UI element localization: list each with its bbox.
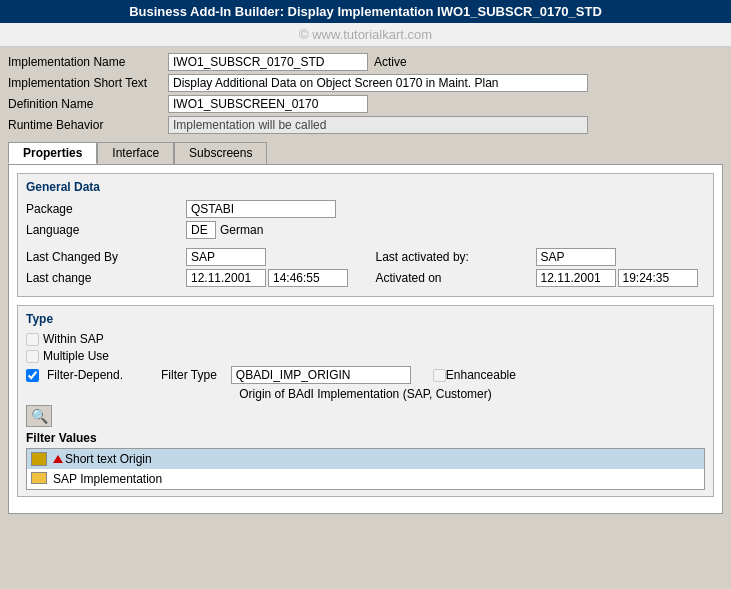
title-text: Business Add-In Builder: Display Impleme… bbox=[129, 4, 602, 19]
enhanceable-checkbox[interactable] bbox=[433, 369, 446, 382]
watermark: © www.tutorialkart.com bbox=[0, 23, 731, 47]
last-activated-by-label: Last activated by: bbox=[376, 250, 536, 264]
filter-item-0-label: Short text Origin bbox=[65, 452, 152, 466]
table-icon bbox=[31, 452, 49, 466]
tab-interface[interactable]: Interface bbox=[97, 142, 174, 164]
within-sap-checkbox[interactable] bbox=[26, 333, 39, 346]
language-code: DE bbox=[186, 221, 216, 239]
general-data-title: General Data bbox=[26, 180, 705, 194]
activated-on-time: 19:24:35 bbox=[618, 269, 698, 287]
search-button[interactable]: 🔍 bbox=[26, 405, 52, 427]
tab-subscreens[interactable]: Subscreens bbox=[174, 142, 267, 164]
impl-short-text-value: Display Additional Data on Object Screen… bbox=[168, 74, 588, 92]
filter-list-item[interactable]: Short text Origin bbox=[27, 449, 704, 469]
filter-depend-checkbox[interactable] bbox=[26, 369, 39, 382]
filter-type-value: QBADI_IMP_ORIGIN bbox=[231, 366, 411, 384]
last-change-time: 14:46:55 bbox=[268, 269, 348, 287]
filter-list-item[interactable]: SAP Implementation bbox=[27, 469, 704, 489]
filter-depend-label: Filter-Depend. bbox=[47, 368, 123, 382]
multiple-use-checkbox[interactable] bbox=[26, 350, 39, 363]
def-name-value: IWO1_SUBSCREEN_0170 bbox=[168, 95, 368, 113]
enhanceable-label: Enhanceable bbox=[446, 368, 516, 382]
package-value: QSTABI bbox=[186, 200, 336, 218]
def-name-label: Definition Name bbox=[8, 97, 168, 111]
language-label: Language bbox=[26, 223, 186, 237]
package-label: Package bbox=[26, 202, 186, 216]
activated-on-label: Activated on bbox=[376, 271, 536, 285]
impl-short-text-label: Implementation Short Text bbox=[8, 76, 168, 90]
last-change-date: 12.11.2001 bbox=[186, 269, 266, 287]
filter-values-label: Filter Values bbox=[26, 431, 705, 445]
folder-icon bbox=[31, 472, 49, 486]
impl-status: Active bbox=[374, 55, 407, 69]
filter-item-1-label: SAP Implementation bbox=[53, 472, 162, 486]
language-name: German bbox=[220, 223, 263, 237]
last-changed-by-label: Last Changed By bbox=[26, 250, 186, 264]
filter-list: Short text Origin SAP Implementation bbox=[26, 448, 705, 490]
runtime-value: Implementation will be called bbox=[168, 116, 588, 134]
watermark-text: © www.tutorialkart.com bbox=[299, 27, 432, 42]
properties-panel: General Data Package QSTABI Language DE … bbox=[8, 164, 723, 514]
impl-name-value: IWO1_SUBSCR_0170_STD bbox=[168, 53, 368, 71]
filter-desc: Origin of BAdI Implementation (SAP, Cust… bbox=[26, 387, 705, 401]
type-section: Type Within SAP Multiple Use Filter-Depe… bbox=[17, 305, 714, 497]
activated-on-date: 12.11.2001 bbox=[536, 269, 616, 287]
search-icon: 🔍 bbox=[31, 408, 48, 424]
runtime-label: Runtime Behavior bbox=[8, 118, 168, 132]
multiple-use-label: Multiple Use bbox=[43, 349, 109, 363]
tab-properties[interactable]: Properties bbox=[8, 142, 97, 164]
impl-name-label: Implementation Name bbox=[8, 55, 168, 69]
last-change-label: Last change bbox=[26, 271, 186, 285]
general-data-section: General Data Package QSTABI Language DE … bbox=[17, 173, 714, 297]
type-title: Type bbox=[26, 312, 705, 326]
last-changed-by-value: SAP bbox=[186, 248, 266, 266]
within-sap-label: Within SAP bbox=[43, 332, 104, 346]
title-bar: Business Add-In Builder: Display Impleme… bbox=[0, 0, 731, 23]
arrow-up-icon bbox=[53, 455, 63, 463]
last-activated-by-value: SAP bbox=[536, 248, 616, 266]
tabs-bar: Properties Interface Subscreens bbox=[8, 142, 723, 164]
filter-type-label: Filter Type bbox=[161, 368, 217, 382]
